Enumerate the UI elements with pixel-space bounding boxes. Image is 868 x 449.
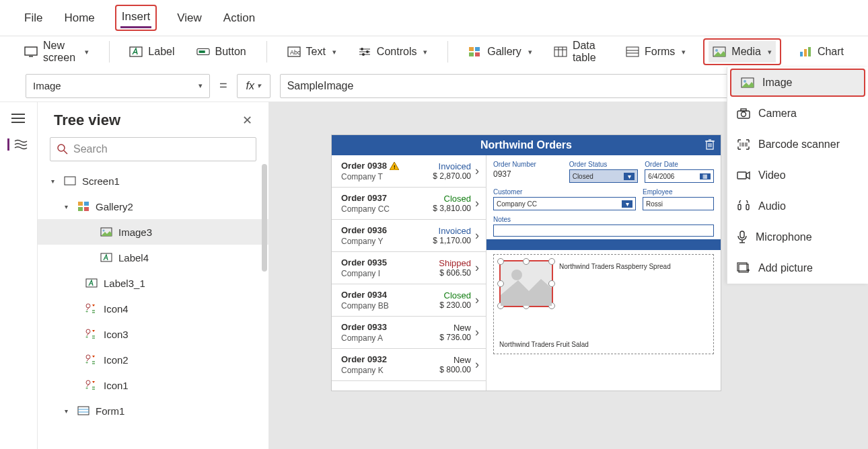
tree-scrollbar[interactable] [262,164,267,272]
media-menu-label: Audio [758,200,786,212]
chevron-right-icon[interactable]: › [475,164,479,178]
tree-item-icon3[interactable]: + Icon3 [38,321,268,347]
svg-text:+: + [85,309,88,314]
microphone-icon [737,231,748,244]
new-screen-button[interactable]: New screen ▾ [20,36,93,68]
media-menu-add-picture[interactable]: Add picture [727,253,868,284]
svg-rect-51 [78,407,89,415]
order-date-input[interactable]: 6/4/2006▦ [645,169,714,183]
chevron-right-icon[interactable]: › [475,293,479,307]
chevron-right-icon[interactable]: › [475,196,479,210]
controls-button[interactable]: Controls ▾ [354,41,432,63]
trash-icon[interactable] [704,138,715,151]
menu-insert[interactable]: Insert [120,7,152,28]
property-select[interactable]: Image ▾ [26,74,210,98]
tree-item-label: Icon3 [104,329,129,340]
text-button[interactable]: Abc Text ▾ [283,41,340,63]
employee-input[interactable]: Rossi [643,197,714,210]
data-table-label: Data table [573,40,604,64]
order-list-item[interactable]: Order 0937 Company CCClosed$ 3,810.00› [332,188,486,220]
order-number: Order 0935 [341,257,387,268]
tree-item-form1[interactable]: ▾ Form1 [38,398,268,423]
tree-item-gallery2[interactable]: ▾ Gallery2 [38,194,268,219]
media-menu-label: Camera [758,108,797,120]
hamburger-icon[interactable] [11,113,27,125]
tree-item-icon2[interactable]: + Icon2 [38,347,268,372]
tree-item-label3-1[interactable]: Label3_1 [38,270,268,296]
tree-caret-icon[interactable]: ▾ [51,177,58,185]
customer-select[interactable]: Company CC▾ [493,197,636,210]
chevron-down-icon: ▾ [332,48,336,56]
menu-file[interactable]: File [23,9,44,28]
forms-button[interactable]: Forms ▾ [622,41,690,63]
label-icon [129,45,143,58]
tree-caret-icon[interactable]: ▾ [65,407,71,415]
svg-point-11 [366,50,369,53]
svg-text:Abc: Abc [290,49,301,56]
new-screen-label: New screen [43,40,78,64]
media-menu-camera[interactable]: Camera [727,98,868,129]
label-button[interactable]: Label [125,41,178,63]
product-image-selected[interactable] [499,260,553,307]
svg-line-33 [64,151,67,154]
tree-item-screen1[interactable]: ▾ Screen1 [38,168,268,194]
image-icon [741,77,754,88]
order-status: Closed [433,194,471,204]
chevron-right-icon[interactable]: › [475,358,479,372]
media-menu-audio[interactable]: Audio [727,191,868,222]
data-table-button[interactable]: Data table [550,36,608,68]
menu-view[interactable]: View [176,9,203,28]
label-icon [100,251,113,263]
order-list-item[interactable]: Order 0932 Company KNew$ 800.00› [332,349,486,381]
media-menu-barcode[interactable]: Barcode scanner [727,129,868,160]
fx-button[interactable]: fx▾ [237,74,270,98]
group-icon: + [85,354,98,366]
menu-action[interactable]: Action [222,9,256,28]
chart-button[interactable]: Chart [795,41,848,63]
tree-item-image3[interactable]: Image3 [38,219,268,245]
tree-item-icon4[interactable]: + Icon4 [38,296,268,321]
chevron-right-icon[interactable]: › [475,229,479,243]
product-name-1: Northwind Traders Raspberry Spread [559,263,671,270]
order-list-item[interactable]: Order 0933 Company ANew$ 736.00› [332,317,486,349]
order-price: $ 606.50 [439,268,471,278]
property-select-value: Image [33,80,61,91]
order-list-item[interactable]: Order 0934 Company BBClosed$ 230.00› [332,284,486,317]
media-menu-image[interactable]: Image [730,69,865,97]
chart-icon [799,45,812,58]
svg-rect-75 [740,231,744,238]
order-list-item[interactable]: Order 0936 Company YInvoiced$ 1,170.00› [332,220,486,252]
order-company: Company I [341,269,387,278]
notes-label: Notes [493,216,714,223]
order-company: Company BB [341,301,389,311]
order-price: $ 1,170.00 [433,236,471,245]
notes-input[interactable] [493,225,714,237]
order-status-select[interactable]: Closed▾ [569,169,639,183]
chart-button-label: Chart [818,46,844,58]
order-status: Closed [439,290,471,300]
media-menu-microphone[interactable]: Microphone [727,222,868,253]
order-company: Company Y [341,237,387,246]
chevron-right-icon[interactable]: › [475,325,479,339]
button-button[interactable]: Button [192,41,250,63]
order-list[interactable]: Order 0938 !Company TInvoiced$ 2,870.00›… [332,155,486,391]
warning-icon: ! [390,162,399,170]
svg-text:+: + [85,335,88,339]
gallery-button[interactable]: Gallery ▾ [464,41,536,63]
tree-view-icon[interactable] [7,138,24,151]
tree-item-icon1[interactable]: + Icon1 [38,372,268,398]
media-button[interactable]: Media ▾ [709,41,776,63]
order-list-item[interactable]: Order 0938 !Company TInvoiced$ 2,870.00› [332,155,486,188]
tree-search-input[interactable]: Search [50,137,256,161]
tree-item-label4[interactable]: Label4 [38,245,268,270]
close-icon[interactable]: ✕ [242,113,252,128]
order-list-item[interactable]: Order 0935 Company IShipped$ 606.50› [332,252,486,284]
tree-caret-icon[interactable]: ▾ [65,203,71,210]
camera-icon [737,108,750,119]
media-menu-video[interactable]: Video [727,160,868,191]
image-icon [100,226,113,238]
order-status: New [439,355,471,365]
menu-home[interactable]: Home [63,9,96,28]
tree-view-title: Tree view [54,112,120,129]
chevron-right-icon[interactable]: › [475,261,479,275]
